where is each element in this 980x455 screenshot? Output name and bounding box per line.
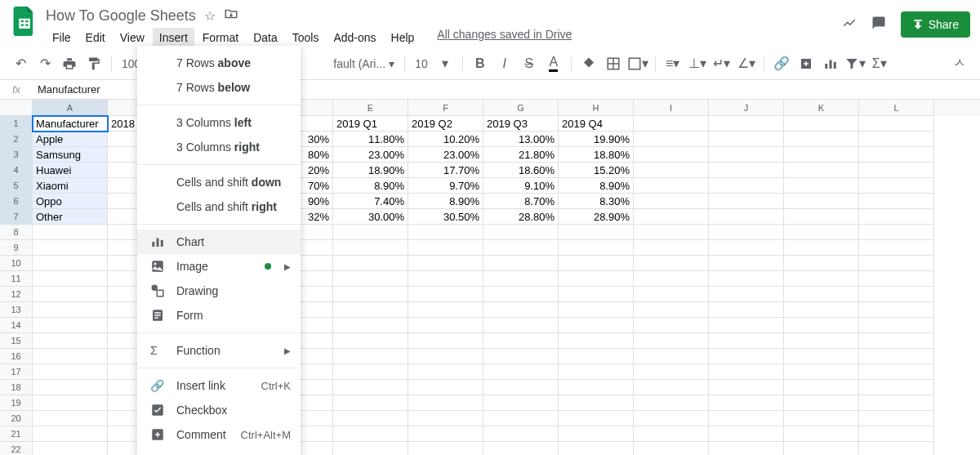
cell-F21[interactable] [408, 426, 483, 442]
cell-F16[interactable] [408, 349, 483, 364]
cell-H7[interactable]: 28.90% [559, 209, 634, 225]
share-button[interactable]: Share [901, 11, 970, 38]
cell-L3[interactable] [859, 147, 934, 163]
row-header-10[interactable]: 10 [0, 256, 33, 271]
row-header-5[interactable]: 5 [0, 178, 33, 194]
row-header-9[interactable]: 9 [0, 240, 33, 256]
cell-J18[interactable] [709, 380, 784, 395]
borders-icon[interactable] [603, 53, 624, 74]
cell-E7[interactable]: 30.00% [333, 209, 408, 225]
cell-A7[interactable]: Other [33, 209, 108, 225]
cell-J16[interactable] [709, 349, 784, 364]
cell-L15[interactable] [859, 333, 934, 349]
cell-I10[interactable] [634, 256, 709, 271]
row-header-3[interactable]: 3 [0, 147, 33, 163]
row-header-4[interactable]: 4 [0, 163, 33, 178]
cell-H12[interactable] [559, 287, 634, 302]
row-header-14[interactable]: 14 [0, 318, 33, 333]
cell-A22[interactable] [33, 442, 108, 455]
cell-A12[interactable] [33, 287, 108, 302]
cell-F11[interactable] [408, 271, 483, 287]
cell-A20[interactable] [33, 411, 108, 426]
cell-H16[interactable] [559, 349, 634, 364]
cell-E16[interactable] [333, 349, 408, 364]
cell-F5[interactable]: 9.70% [408, 178, 483, 194]
insert-form[interactable]: Form [137, 303, 301, 328]
cell-H9[interactable] [559, 240, 634, 256]
cell-G17[interactable] [483, 364, 559, 380]
redo-icon[interactable]: ↷ [34, 53, 56, 74]
row-header-17[interactable]: 17 [0, 364, 33, 380]
cell-L6[interactable] [859, 194, 934, 209]
cell-E15[interactable] [333, 333, 408, 349]
explore-icon[interactable] [842, 16, 857, 33]
cell-J20[interactable] [709, 411, 784, 426]
cell-A5[interactable]: Xiaomi [33, 178, 108, 194]
cell-E11[interactable] [333, 271, 408, 287]
cell-L12[interactable] [859, 287, 934, 302]
cell-F18[interactable] [408, 380, 483, 395]
insert-rows-above[interactable]: 7 Rows above [137, 51, 301, 75]
menu-file[interactable]: File [46, 28, 78, 47]
cell-A2[interactable]: Apple [33, 132, 108, 147]
cell-I15[interactable] [634, 333, 709, 349]
fill-color-icon[interactable] [578, 53, 599, 74]
cell-H2[interactable]: 19.90% [559, 132, 634, 147]
cell-G22[interactable] [483, 442, 559, 455]
cell-F7[interactable]: 30.50% [408, 209, 483, 225]
cell-H10[interactable] [559, 256, 634, 271]
cell-J2[interactable] [709, 132, 784, 147]
cell-E5[interactable]: 8.90% [333, 178, 408, 194]
cell-H18[interactable] [559, 380, 634, 395]
italic-icon[interactable]: I [494, 53, 515, 74]
cell-I16[interactable] [634, 349, 709, 364]
text-wrap-icon[interactable]: ↵▾ [711, 53, 733, 74]
cell-I17[interactable] [634, 364, 709, 380]
insert-drawing[interactable]: Drawing [137, 279, 301, 303]
cell-F10[interactable] [408, 256, 483, 271]
cell-G15[interactable] [483, 333, 559, 349]
cell-J6[interactable] [709, 194, 784, 209]
cell-L9[interactable] [859, 240, 934, 256]
cell-G6[interactable]: 8.70% [483, 194, 559, 209]
insert-cells-right[interactable]: Cells and shift right [137, 194, 301, 219]
functions-icon[interactable]: Σ▾ [869, 53, 890, 74]
cell-G10[interactable] [483, 256, 559, 271]
cell-I22[interactable] [634, 442, 709, 455]
cell-F3[interactable]: 23.00% [408, 147, 483, 163]
row-header-21[interactable]: 21 [0, 426, 33, 442]
insert-rows-below[interactable]: 7 Rows below [137, 75, 301, 100]
cell-E14[interactable] [333, 318, 408, 333]
col-header-G[interactable]: G [483, 100, 559, 116]
cell-H6[interactable]: 8.30% [559, 194, 634, 209]
cell-L16[interactable] [859, 349, 934, 364]
cell-H4[interactable]: 15.20% [559, 163, 634, 178]
cell-L20[interactable] [859, 411, 934, 426]
cell-I4[interactable] [634, 163, 709, 178]
cell-L8[interactable] [859, 225, 934, 240]
sheets-logo[interactable] [10, 7, 39, 36]
cell-J19[interactable] [709, 395, 784, 411]
star-icon[interactable]: ☆ [204, 8, 216, 24]
cell-A8[interactable] [33, 225, 108, 240]
cell-L19[interactable] [859, 395, 934, 411]
cell-I6[interactable] [634, 194, 709, 209]
menu-insert[interactable]: Insert [153, 28, 194, 47]
row-header-22[interactable]: 22 [0, 442, 33, 455]
menu-edit[interactable]: Edit [79, 28, 112, 47]
col-header-E[interactable]: E [333, 100, 408, 116]
strikethrough-icon[interactable]: S [519, 53, 540, 74]
row-header-8[interactable]: 8 [0, 225, 33, 240]
cell-F9[interactable] [408, 240, 483, 256]
insert-chart-icon[interactable] [820, 53, 841, 74]
cell-I12[interactable] [634, 287, 709, 302]
col-header-K[interactable]: K [784, 100, 859, 116]
insert-cells-down[interactable]: Cells and shift down [137, 170, 301, 194]
cell-L5[interactable] [859, 178, 934, 194]
cell-J10[interactable] [709, 256, 784, 271]
row-header-1[interactable]: 1 [0, 116, 33, 132]
cell-A13[interactable] [33, 302, 108, 318]
cell-I8[interactable] [634, 225, 709, 240]
row-header-7[interactable]: 7 [0, 209, 33, 225]
cell-H19[interactable] [559, 395, 634, 411]
